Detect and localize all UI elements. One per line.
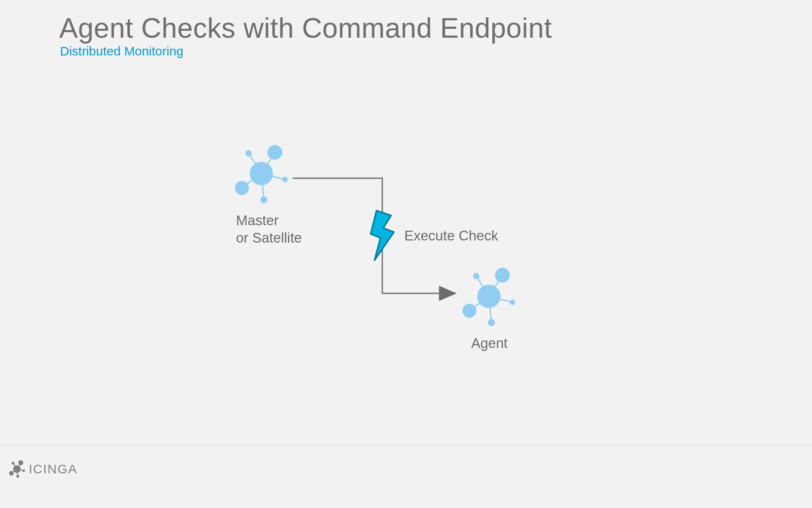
svg-point-29 [23,470,25,472]
svg-line-11 [469,296,489,311]
footer-logo: ICINGA [8,456,92,482]
svg-point-16 [463,304,476,317]
slide: Agent Checks with Command Endpoint Distr… [0,0,812,508]
svg-line-0 [242,174,261,188]
svg-point-32 [14,466,20,472]
node-label-agent: Agent [471,334,508,352]
svg-point-31 [12,462,14,464]
svg-line-13 [489,296,513,302]
svg-line-14 [489,275,502,296]
svg-point-18 [510,300,515,304]
footer-brand-text: ICINGA [29,462,77,476]
svg-point-9 [246,151,251,156]
svg-point-10 [250,163,272,185]
svg-point-19 [496,268,509,282]
svg-point-6 [261,197,267,203]
svg-point-7 [283,177,287,182]
footer-separator [0,445,812,446]
node-icon-agent [463,268,515,326]
svg-line-3 [261,152,275,174]
svg-point-27 [10,472,14,475]
svg-point-21 [478,285,500,307]
svg-point-5 [236,182,248,194]
svg-line-4 [249,153,261,174]
svg-point-8 [268,146,282,159]
svg-line-2 [261,174,285,179]
page-subtitle: Distributed Monitoring [60,44,184,58]
edge-label-execute: Execute Check [404,228,498,244]
node-label-master: Master or Satellite [236,212,302,247]
svg-line-15 [476,276,489,296]
svg-point-30 [19,461,23,465]
svg-line-12 [489,296,491,323]
diagram-canvas [0,0,812,508]
svg-line-1 [261,174,264,200]
svg-point-28 [17,475,19,478]
svg-point-17 [488,320,494,326]
svg-point-20 [474,273,479,279]
bolt-icon [370,211,394,260]
page-title: Agent Checks with Command Endpoint [59,12,552,44]
node-icon-master [236,146,287,203]
